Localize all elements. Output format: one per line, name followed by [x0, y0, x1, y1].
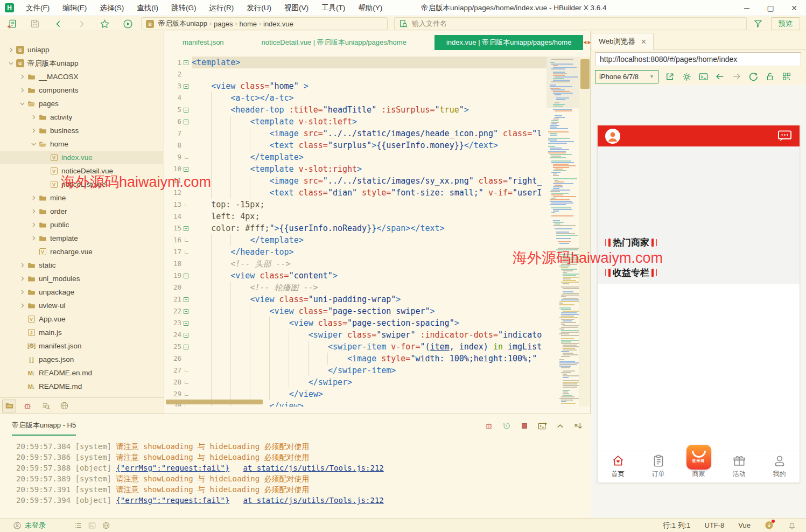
menu-item-v[interactable]: 视图(V)	[278, 0, 315, 16]
chevron-right-icon[interactable]	[29, 113, 38, 122]
menu-item-t[interactable]: 工具(T)	[315, 0, 352, 16]
tree-item-App.vue[interactable]: VApp.vue	[0, 312, 163, 326]
fold-marker-icon[interactable]	[184, 270, 192, 282]
chevron-right-icon[interactable]	[18, 288, 26, 297]
tree-item-unpackage[interactable]: unpackage	[0, 285, 163, 299]
device-select[interactable]: iPhone 6/7/8 ▼	[595, 70, 658, 83]
menu-item-u[interactable]: 发行(U)	[240, 0, 278, 16]
tree-item-README.md[interactable]: M↓README.md	[0, 380, 163, 393]
files-explorer-icon[interactable]	[2, 400, 16, 412]
nav-back-icon[interactable]	[53, 18, 64, 29]
menu-item-i[interactable]: 查找(I)	[130, 0, 165, 16]
editor-tab-0[interactable]: manifest.json	[171, 35, 236, 50]
tree-item-uview-ui[interactable]: uview-ui	[0, 299, 163, 312]
bug-icon[interactable]	[20, 400, 34, 412]
chevron-right-icon[interactable]	[29, 127, 38, 135]
menu-item-f[interactable]: 文件(F)	[19, 0, 56, 16]
star-icon[interactable]	[99, 18, 110, 29]
url-input[interactable]: http://localhost:8080/#/pages/home/index	[595, 52, 801, 66]
tree-item-template[interactable]: template	[0, 232, 163, 245]
terminal-small-icon[interactable]	[88, 521, 96, 530]
chevron-right-icon[interactable]	[18, 261, 26, 270]
tree-item-pages[interactable]: pages	[0, 97, 163, 110]
settings-icon[interactable]	[680, 70, 693, 83]
console-error-link[interactable]: {"errMsg":"request:fail"}	[116, 496, 229, 505]
tree-item-activity[interactable]: activity	[0, 110, 163, 124]
tabbar-item-活动[interactable]: 活动	[719, 451, 759, 482]
restart-icon[interactable]	[501, 421, 512, 431]
file-search-icon[interactable]	[39, 400, 53, 412]
tree-item-README.en.md[interactable]: M↓README.en.md	[0, 366, 163, 380]
chevron-right-icon[interactable]	[29, 234, 38, 243]
fold-marker-icon[interactable]	[184, 317, 192, 329]
chat-icon[interactable]	[777, 130, 792, 143]
chevron-right-icon[interactable]	[18, 86, 26, 95]
maximize-button[interactable]: ▢	[759, 0, 782, 16]
fold-marker-icon[interactable]	[184, 293, 192, 305]
minimize-button[interactable]: ─	[735, 0, 759, 16]
list-icon[interactable]	[74, 521, 82, 530]
breadcrumb-item[interactable]: 帝启版本uniapp	[156, 19, 209, 29]
chevron-down-icon[interactable]	[18, 100, 26, 108]
qrcode-icon[interactable]	[780, 70, 793, 83]
tree-item-manifest.json[interactable]: [⚙]manifest.json	[0, 339, 163, 353]
terminal-icon[interactable]	[697, 70, 710, 83]
login-status[interactable]: 未登录	[0, 521, 46, 530]
nav-forward-icon[interactable]	[76, 18, 87, 29]
tree-item-components[interactable]: components	[0, 83, 163, 97]
tree-item-uniapp[interactable]: u帝启版本uniapp	[0, 57, 163, 70]
chevron-right-icon[interactable]	[18, 275, 26, 283]
tree-item-index.vue[interactable]: Vindex.vue	[0, 151, 163, 164]
horizontal-scrollbar-thumb[interactable]	[166, 400, 263, 404]
tabbar-item-我的[interactable]: 我的	[759, 451, 800, 482]
fold-marker-icon[interactable]	[184, 57, 192, 68]
tree-item-uniapp[interactable]: uuniapp	[0, 43, 163, 57]
chevron-right-icon[interactable]	[29, 221, 38, 229]
save-icon[interactable]	[30, 18, 40, 29]
menu-item-y[interactable]: 帮助(Y)	[352, 0, 389, 16]
fold-marker-icon[interactable]	[184, 104, 192, 116]
close-button[interactable]: ✕	[782, 0, 806, 16]
collapse-icon[interactable]	[555, 421, 565, 431]
tabbar-item-首页[interactable]: 首页	[598, 451, 638, 482]
console-tab[interactable]: 帝启版本uniapp - H5	[12, 421, 76, 436]
chevron-down-icon[interactable]	[29, 140, 38, 149]
filter-icon[interactable]	[753, 19, 763, 29]
fold-marker-icon[interactable]	[184, 116, 192, 128]
tree-item-static[interactable]: static	[0, 258, 163, 272]
file-search-input[interactable]: 输入文件名	[394, 17, 747, 30]
tree-item-pages.json[interactable]: [ ]pages.json	[0, 353, 163, 366]
forward-icon[interactable]	[730, 70, 743, 83]
unlock-icon[interactable]	[763, 70, 776, 83]
console-output[interactable]: 20:59:57.384 [system] 请注意 showLoading 与 …	[0, 441, 591, 518]
chevron-right-icon[interactable]	[29, 207, 38, 216]
fold-marker-icon[interactable]	[184, 222, 192, 234]
vertical-scrollbar[interactable]	[579, 57, 590, 407]
tree-item-main.js[interactable]: Jmain.js	[0, 326, 163, 339]
run-icon[interactable]	[122, 18, 133, 29]
open-external-icon[interactable]	[663, 70, 676, 83]
web-icon[interactable]	[57, 400, 71, 412]
tree-item-order[interactable]: order	[0, 205, 163, 218]
tree-item-__MACOSX[interactable]: __MACOSX	[0, 70, 163, 83]
breadcrumb-item[interactable]: home	[237, 20, 259, 28]
cursor-position[interactable]: 行:1 列:1	[663, 521, 690, 530]
fold-marker-icon[interactable]	[184, 329, 192, 341]
bell-icon[interactable]	[788, 521, 796, 530]
menu-item-g[interactable]: 跳转(G)	[165, 0, 203, 16]
menu-item-r[interactable]: 运行(R)	[203, 0, 241, 16]
console-source-link[interactable]: at static/js/utils/Tools.js:212	[243, 464, 383, 472]
console-error-link[interactable]: {"errMsg":"request:fail"}	[116, 464, 229, 472]
chevron-right-icon[interactable]	[6, 46, 15, 54]
terminal-add-icon[interactable]	[537, 421, 548, 431]
console-source-link[interactable]: at static/js/utils/Tools.js:212	[243, 496, 383, 505]
editor-tab-2[interactable]: index.vue | 帝启版本uniapp/pages/home	[434, 35, 583, 50]
tree-item-home[interactable]: home	[0, 137, 163, 151]
horizontal-scrollbar[interactable]	[164, 400, 546, 405]
editor-tab-1[interactable]: noticeDetail.vue | 帝启版本uniapp/pages/home	[250, 35, 418, 50]
menu-item-s[interactable]: 选择(S)	[93, 0, 130, 16]
tree-item-uni_modules[interactable]: uni_modules	[0, 272, 163, 285]
minimap[interactable]	[546, 57, 579, 407]
tree-item-public[interactable]: public	[0, 218, 163, 232]
avatar-icon[interactable]	[605, 129, 620, 144]
